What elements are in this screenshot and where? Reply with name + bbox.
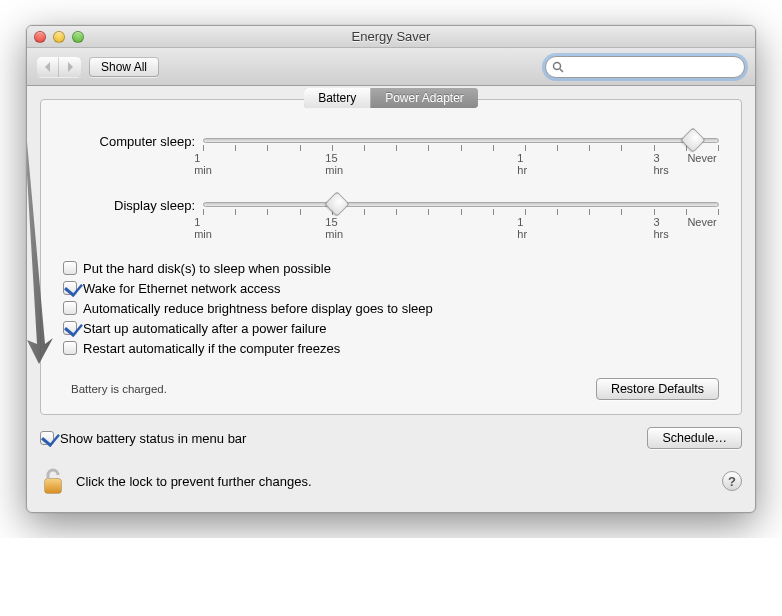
computer-sleep-row: Computer sleep: 1 min 15 min 1 hr 3 hrs …: [63, 132, 719, 176]
checkbox[interactable]: [63, 261, 77, 275]
chevron-left-icon: [44, 62, 52, 72]
tab-bar: Battery Power Adapter: [41, 88, 741, 108]
tab-battery[interactable]: Battery: [304, 88, 371, 108]
computer-sleep-ticklabels: 1 min 15 min 1 hr 3 hrs Never: [203, 152, 719, 176]
checkbox[interactable]: [63, 321, 77, 335]
lock-row: Click the lock to prevent further change…: [40, 467, 742, 499]
forward-button[interactable]: [59, 57, 81, 77]
checkbox-menubar[interactable]: [40, 431, 54, 445]
options-checks: Put the hard disk(s) to sleep when possi…: [63, 258, 719, 358]
display-sleep-ticklabels: 1 min 15 min 1 hr 3 hrs Never: [203, 216, 719, 240]
minimize-button[interactable]: [53, 31, 65, 43]
traffic-lights: [34, 31, 84, 43]
computer-sleep-label: Computer sleep:: [63, 132, 203, 149]
zoom-button[interactable]: [72, 31, 84, 43]
tab-battery-label: Battery: [318, 91, 356, 105]
preferences-window: Energy Saver Show All Battery Power Adap…: [26, 25, 756, 513]
check-startup-after-power-failure[interactable]: Start up automatically after a power fai…: [63, 318, 719, 338]
display-sleep-slider[interactable]: [203, 196, 719, 214]
schedule-label: Schedule…: [662, 431, 727, 445]
restore-defaults-button[interactable]: Restore Defaults: [596, 378, 719, 400]
checkbox[interactable]: [63, 341, 77, 355]
help-glyph: ?: [728, 474, 736, 489]
svg-point-0: [554, 62, 561, 69]
search-input[interactable]: [568, 59, 738, 75]
main-panel: Battery Power Adapter Computer sleep: 1 …: [40, 99, 742, 415]
checkbox[interactable]: [63, 301, 77, 315]
tab-power-adapter-label: Power Adapter: [385, 91, 464, 105]
svg-rect-3: [45, 479, 61, 493]
back-button[interactable]: [37, 57, 59, 77]
battery-status: Battery is charged.: [63, 383, 167, 395]
tab-power-adapter[interactable]: Power Adapter: [371, 88, 478, 108]
window-title: Energy Saver: [27, 29, 755, 44]
lock-open-icon[interactable]: [40, 467, 66, 495]
lock-hint: Click the lock to prevent further change…: [76, 474, 312, 489]
status-row: Battery is charged. Restore Defaults: [63, 378, 719, 400]
toolbar: Show All: [27, 48, 755, 86]
check-restart-if-freezes[interactable]: Restart automatically if the computer fr…: [63, 338, 719, 358]
chevron-right-icon: [66, 62, 74, 72]
check-wake-ethernet[interactable]: Wake for Ethernet network access: [63, 278, 719, 298]
search-icon: [552, 61, 564, 73]
check-label: Put the hard disk(s) to sleep when possi…: [83, 261, 331, 276]
close-button[interactable]: [34, 31, 46, 43]
display-sleep-row: Display sleep: 1 min 15 min 1 hr 3 hrs N…: [63, 196, 719, 240]
show-all-label: Show All: [101, 60, 147, 74]
restore-defaults-label: Restore Defaults: [611, 382, 704, 396]
computer-sleep-slider[interactable]: [203, 132, 719, 150]
content: Battery Power Adapter Computer sleep: 1 …: [27, 86, 755, 512]
show-all-button[interactable]: Show All: [89, 57, 159, 77]
checkbox[interactable]: [63, 281, 77, 295]
help-button[interactable]: ?: [722, 471, 742, 491]
search-field[interactable]: [545, 56, 745, 78]
schedule-button[interactable]: Schedule…: [647, 427, 742, 449]
check-label: Restart automatically if the computer fr…: [83, 341, 340, 356]
check-hd-sleep[interactable]: Put the hard disk(s) to sleep when possi…: [63, 258, 719, 278]
titlebar: Energy Saver: [27, 26, 755, 48]
check-label: Automatically reduce brightness before d…: [83, 301, 433, 316]
menubar-option-row: Show battery status in menu bar Schedule…: [40, 427, 742, 449]
check-label: Wake for Ethernet network access: [83, 281, 281, 296]
menubar-option-label: Show battery status in menu bar: [60, 431, 246, 446]
display-sleep-label: Display sleep:: [63, 196, 203, 213]
svg-line-1: [560, 69, 563, 72]
nav-segmented: [37, 57, 81, 77]
check-label: Start up automatically after a power fai…: [83, 321, 327, 336]
check-auto-brightness[interactable]: Automatically reduce brightness before d…: [63, 298, 719, 318]
